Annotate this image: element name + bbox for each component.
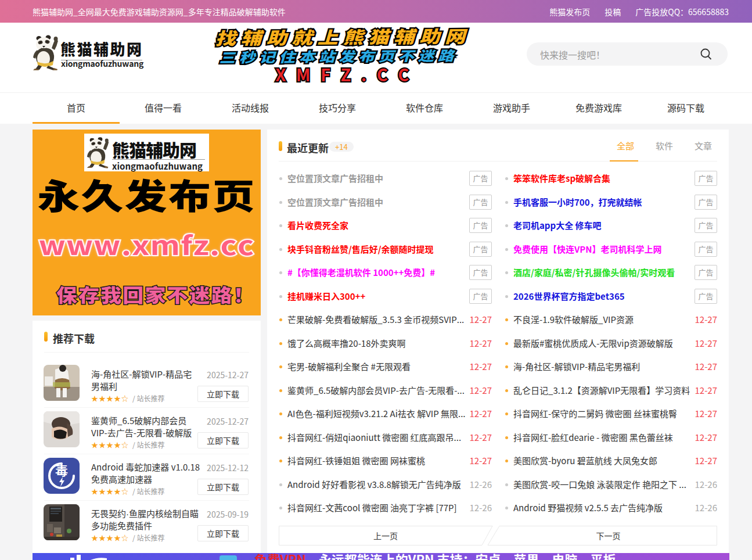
svg-text:毒: 毒: [55, 460, 68, 479]
